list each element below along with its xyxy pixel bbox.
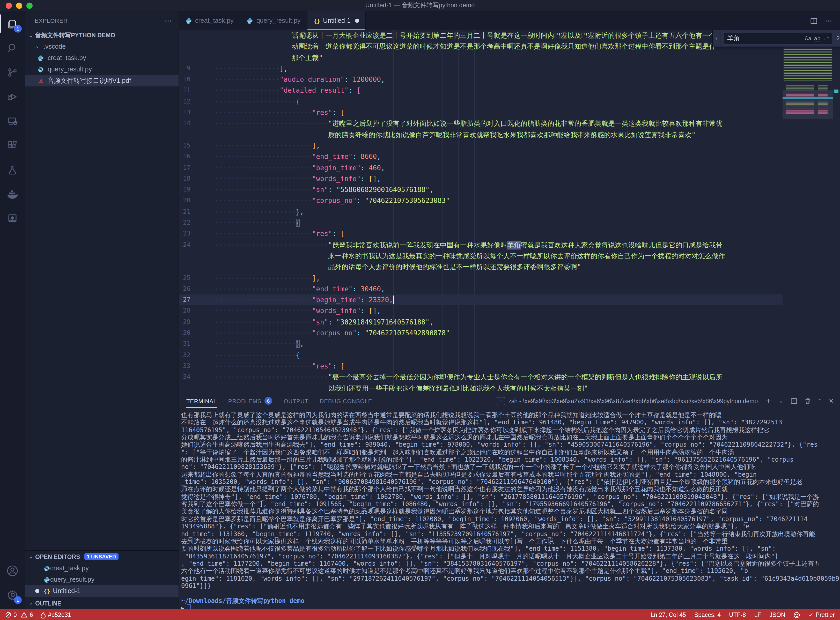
terminal-line: 美食很了解的人你给我推荐几道你觉得特别具备这个巴塞特色的菜品呗嗯是这样就是我觉得… [181,508,840,515]
statusbar-color-item[interactable]: #b52e31 [41,611,71,618]
code-line-wrap[interactable]: 动围绕着一道菜你都觉得不可思议这道菜的时候才知道是不是那个考高中啊还真不是啊好像… [179,41,783,52]
code-line-24[interactable]: 24····························"琵琶我非常喜欢我说… [179,239,783,250]
file-item[interactable]: query_result.py [25,64,179,75]
code-line-17[interactable]: 17························"begin_time": … [179,162,783,173]
outline-header[interactable]: › OUTLINE [25,597,179,609]
code-line-9[interactable]: 9················], [179,63,783,74]
panel-tab-problems[interactable]: PROBLEMS6 [228,391,272,411]
code-line-22[interactable]: 22····················{ [179,217,783,229]
open-editor-name: creat_task.py [50,564,89,572]
code-line-34[interactable]: 34····························"要一个最高分去掉一… [179,372,783,383]
whole-word-icon[interactable]: ab [814,35,820,41]
feedback-smiley-icon[interactable] [794,611,801,618]
split-editor-icon[interactable] [810,17,818,25]
remote-explorer-icon[interactable] [0,109,25,133]
close-panel-icon[interactable]: ✕ [829,397,834,405]
settings-gear-icon[interactable]: 1 [0,583,25,607]
code-line-wrap[interactable]: 话呢嗯从十一月大概企业应该是二十号开始要到第二年的三月二十号就是在这一段时间内巴… [179,30,783,41]
code-line-33[interactable]: 33························"res": [ [179,361,783,372]
minimap-viewport[interactable] [783,90,833,119]
code-line-21[interactable]: 21····················}, [179,206,783,218]
code-line-26[interactable]: 26························"end_time": 30… [179,284,783,295]
docker-icon[interactable] [0,182,25,206]
new-terminal-icon[interactable]: ＋ [765,396,772,406]
panel-tab-terminal[interactable]: TERMINAL [186,391,217,411]
file-item[interactable]: creat_task.py [25,52,179,64]
maximize-panel-icon[interactable]: ⌃ [817,398,822,404]
problems-status[interactable]: 0 6 [5,612,33,618]
encoding[interactable]: UTF-8 [729,612,746,618]
code-text: ························"corpus_no": "70… [215,196,783,206]
code-line-31[interactable]: 31····················}, [179,339,783,350]
code-line-12[interactable]: 12····················{ [179,96,783,107]
line-number: 25 [179,272,215,284]
terminal-line: 0961"}]} [181,582,840,590]
code-line-wrap[interactable]: 品外的话每个人去评价的时候他的标准也是不一样所以还需要很多评委啊很多评委啊" [179,261,783,272]
find-input[interactable]: 羊角 Aa ab .* [724,32,832,44]
minimap[interactable] [783,30,833,391]
match-case-icon[interactable]: Aa [805,35,811,41]
kill-terminal-icon[interactable] [804,397,811,405]
editor[interactable]: 话呢嗯从十一月大概企业应该是二十号开始要到第二年的三月二十号就是在这一段时间内巴… [179,30,840,391]
code-line-wrap[interactable]: 质的膳食纤维的你就比如说像白芦笋呢我非常喜欢就帮我吃水果我都喜欢那种能给我带来酥… [179,129,783,140]
editor-tab[interactable]: query_result.py [241,11,307,30]
regex-icon[interactable]: .* [823,35,829,41]
code-line-30[interactable]: 30························"corpus_no": "… [179,328,783,339]
extensions-icon[interactable] [0,133,25,157]
open-editor-item[interactable]: creat_task.py [25,563,179,574]
open-editor-item[interactable]: {}Untitled-1 [25,585,179,597]
terminal-line: "843593611871640576197", "corpus_no": "7… [181,552,840,560]
code-line-wrap[interactable]: 来一种水的书我认为这是我最真实的一种味觉感受所以每个人不一样嗯所以你去评价这样的… [179,250,783,262]
terminal-session-select[interactable]: › zsh - \xe9\x9f\xb3\xe9\xa2\x91\xe6\x96… [497,397,758,405]
code-line-20[interactable]: 20························"corpus_no": "… [179,196,783,206]
terminal-prompt[interactable]: ▶ [181,605,840,609]
split-terminal-icon[interactable] [790,397,797,405]
explorer-icon[interactable]: 1 [0,11,25,36]
file-item[interactable]: ›.vscode [25,41,179,52]
code-line-25[interactable]: 25························], [179,272,783,284]
indentation[interactable]: Spaces: 4 [694,612,721,618]
source-control-icon[interactable] [0,60,25,84]
file-item[interactable]: 音频文件转写接口说明V1.pdf [25,75,179,86]
code-line-14[interactable]: 14····························"进嘴里之后划掉了没… [179,118,783,129]
editor-tab[interactable]: {}Untitled-1 [307,11,366,30]
code-line-13[interactable]: 13························"res": [ [179,107,783,118]
terminal-dropdown-icon[interactable]: ⌄ [779,398,783,404]
code-line-27[interactable]: 27························"begin_time": … [179,295,783,305]
search-icon[interactable] [0,36,25,60]
account-icon[interactable] [0,558,25,583]
code-line-15[interactable]: 15························], [179,140,783,151]
project-folder-header[interactable]: ⌄ 音频文件转写PYTHON DEMO [25,30,179,41]
editor-tab[interactable]: creat_task.py [179,11,241,30]
language-mode[interactable]: JSON [769,612,785,618]
explorer-more-actions-icon[interactable]: ⋯ [164,16,172,25]
panel-tab-debug-console[interactable]: DEBUG CONSOLE [320,391,372,411]
find-expand-icon[interactable]: › [713,30,720,47]
editor-tab-bar: creat_task.pyquery_result.py{}Untitled-1… [179,11,840,30]
code-line-19[interactable]: 19························"sn": "5586068… [179,184,783,196]
code-line-23[interactable]: 23························"res": [ [179,229,783,239]
terminal-output[interactable]: 也有那我马上就有了灵感了这个灵感是这样的因为我们肉的话在西餐当中通常是要配菜的话… [179,411,840,609]
code-line-18[interactable]: 18························"words_info": … [179,173,783,185]
editor-more-actions-icon[interactable]: ⋯ [825,17,833,25]
line-number [179,52,215,63]
testing-icon[interactable] [0,157,25,182]
overview-ruler[interactable] [833,30,840,391]
eol-sequence[interactable]: LF [754,612,761,618]
code-line-wrap[interactable]: 那个主裁" [179,52,783,63]
code-line-11[interactable]: 11················"detailed_result": [ [179,85,783,96]
open-editors-header[interactable]: ⌄ OPEN EDITORS 1 UNSAVED [25,550,179,563]
code-line-29[interactable]: 29························"sn": "3029184… [179,316,783,328]
code-line-wrap[interactable]: 以我们还要用一些手段把这个偏差降到最低对比如说我个人我有的时候不太相信某一刻" [179,383,783,391]
panel-tab-output[interactable]: OUTPUT [284,391,308,411]
run-debug-icon[interactable] [0,84,25,109]
cursor-position[interactable]: Ln 27, Col 45 [650,612,686,618]
code-line-32[interactable]: 32····················{ [179,349,783,361]
notebook-extension-icon[interactable] [0,206,25,230]
code-line-16[interactable]: 16························"end_time": 86… [179,151,783,163]
formatter-status[interactable]: ✓Prettier [809,611,835,618]
open-editor-item[interactable]: query_result.py [25,574,179,585]
code-line-10[interactable]: 10················"audio_duration": 1200… [179,74,783,85]
code-line-28[interactable]: 28························"words_info": … [179,305,783,317]
line-number: 20 [179,196,215,206]
